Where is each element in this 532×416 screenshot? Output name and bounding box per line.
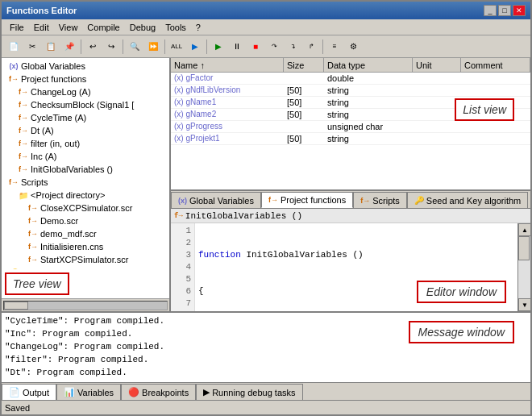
scroll-track[interactable] bbox=[518, 236, 530, 298]
undo-button[interactable]: ↩ bbox=[84, 38, 102, 56]
menu-view[interactable]: View bbox=[54, 21, 83, 33]
tree-label-init: Initialisieren.cns bbox=[40, 242, 103, 252]
project-dir-icon: 📁 bbox=[18, 189, 29, 201]
tab-output[interactable]: 📄 Output bbox=[2, 384, 56, 400]
window-title: Functions Editor bbox=[6, 6, 77, 15]
menu-file[interactable]: File bbox=[5, 21, 29, 33]
cell-type-5: unsigned char bbox=[324, 122, 413, 131]
tab-debug-tasks[interactable]: ▶ Running debug tasks bbox=[196, 384, 302, 400]
tree-item-scripts[interactable]: f→ Scripts bbox=[3, 176, 168, 189]
tree-item-filter[interactable]: f→ filter (in, out) bbox=[3, 137, 168, 150]
editor-vscroll[interactable]: ▲ ▼ bbox=[517, 223, 530, 311]
paste-button[interactable]: 📌 bbox=[60, 38, 78, 56]
tree-scrollbar[interactable] bbox=[2, 298, 169, 311]
col-datatype[interactable]: Data type bbox=[324, 58, 413, 72]
step-into-button[interactable]: ↴ bbox=[284, 38, 301, 56]
list-row[interactable]: (x) gProgress unsigned char bbox=[171, 121, 530, 133]
tab-variables[interactable]: 📊 Variables bbox=[56, 384, 121, 400]
editor-header: f→ InitGlobalVariables () bbox=[171, 209, 530, 223]
tree-item-startscr[interactable]: f→ StartXCPSimulator.scr bbox=[3, 253, 168, 266]
scroll-thumb[interactable] bbox=[518, 236, 530, 260]
scroll-up-button[interactable]: ▲ bbox=[518, 223, 530, 236]
cell-name-3: (x) gName1 bbox=[171, 98, 284, 107]
redo-button[interactable]: ↪ bbox=[102, 38, 120, 56]
close-button[interactable]: ✕ bbox=[513, 5, 526, 16]
scroll-down-button[interactable]: ▼ bbox=[518, 298, 530, 311]
tree-label-filter: filter (in, out) bbox=[31, 139, 80, 148]
menu-compile[interactable]: Compile bbox=[82, 21, 124, 33]
tree-item-initglobal[interactable]: f→ InitGlobalVariables () bbox=[3, 163, 168, 176]
list-row[interactable]: (x) gNdfLibVersion [50] string bbox=[171, 85, 530, 97]
tree-label-demoscr: Demo.scr bbox=[40, 216, 78, 226]
tree-label-cycletime: CycleTime (A) bbox=[31, 113, 86, 123]
line-num-7: 7 bbox=[171, 297, 194, 310]
tab-gv-label: Global Variables bbox=[189, 196, 254, 206]
tree-item-closescr[interactable]: f→ CloseXCPSimulator.scr bbox=[3, 202, 168, 214]
tab-breakpoints[interactable]: 🔴 Breakpoints bbox=[121, 384, 196, 400]
debug-pause-button[interactable]: ⏸ bbox=[228, 38, 246, 56]
title-bar: Functions Editor _ □ ✕ bbox=[2, 2, 530, 19]
list-view-label: List view bbox=[455, 98, 514, 121]
debug-stop-button[interactable]: ■ bbox=[247, 38, 264, 56]
menu-help[interactable]: ? bbox=[191, 21, 206, 33]
tb-extra-2[interactable]: ⚙ bbox=[344, 38, 362, 56]
tab-seedkey[interactable]: 🔑 Seed and Key algorithm bbox=[407, 192, 528, 208]
col-name[interactable]: Name ↑ bbox=[171, 58, 284, 72]
tree-label-scripts: Scripts bbox=[21, 177, 48, 187]
tree-item-dt[interactable]: f→ Dt (A) bbox=[3, 124, 168, 137]
tab-seedkey-label: Seed and Key algorithm bbox=[426, 196, 521, 206]
variables-label: Variables bbox=[77, 388, 114, 397]
tab-global-variables[interactable]: (x) Global Variables bbox=[171, 192, 261, 208]
demoscr-icon: f→ bbox=[27, 215, 39, 227]
list-body[interactable]: (x) gFactor double (x) gNdfLibVersion [5… bbox=[171, 73, 530, 189]
cell-size-2: [50] bbox=[284, 85, 324, 95]
tree-item-project-functions[interactable]: f→ Project functions bbox=[3, 73, 168, 85]
step-out-button[interactable]: ↱ bbox=[302, 38, 320, 56]
line-num-4: 4 bbox=[171, 261, 194, 273]
tree-item-demoscr[interactable]: f→ Demo.scr bbox=[3, 214, 168, 227]
list-row[interactable]: (x) gFactor double bbox=[171, 73, 530, 85]
tree-item-cycletime[interactable]: f→ CycleTime (A) bbox=[3, 111, 168, 124]
tab-scripts[interactable]: f→ Scripts bbox=[353, 192, 407, 208]
cell-name-1: (x) gFactor bbox=[171, 73, 284, 83]
tb-extra-1[interactable]: ≡ bbox=[326, 38, 343, 56]
find-next-button[interactable]: ⏩ bbox=[144, 38, 162, 56]
status-text: Saved bbox=[5, 403, 30, 413]
tree-item-project-dir[interactable]: 📁 <Project directory> bbox=[3, 189, 168, 202]
msg-line-5: "Dt": Program compiled. bbox=[5, 366, 527, 379]
compile-button[interactable]: ▶ bbox=[186, 38, 204, 56]
tree-item-inc[interactable]: f→ Inc (A) bbox=[3, 150, 168, 163]
bottom-area: "CycleTime": Program compiled. "Inc": Pr… bbox=[2, 311, 530, 400]
list-header: Name ↑ Size Data type Unit Comment bbox=[171, 58, 530, 73]
new-button[interactable]: 📄 bbox=[5, 38, 23, 56]
menu-edit[interactable]: Edit bbox=[29, 21, 54, 33]
menu-tools[interactable]: Tools bbox=[160, 21, 191, 33]
list-row[interactable]: (x) gProjekt1 [50] string bbox=[171, 133, 530, 145]
tree-hscroll-track[interactable] bbox=[3, 301, 168, 310]
tree-item-global-variables[interactable]: (x) Global Variables bbox=[3, 60, 168, 73]
cell-comment-5 bbox=[461, 122, 530, 131]
tree-container[interactable]: (x) Global Variables f→ Project function… bbox=[2, 58, 169, 269]
cut-button[interactable]: ✂ bbox=[23, 38, 41, 56]
col-size[interactable]: Size bbox=[284, 58, 324, 72]
cell-type-3: string bbox=[324, 98, 413, 107]
tab-project-functions[interactable]: f→ Project functions bbox=[261, 192, 353, 208]
copy-button[interactable]: 📋 bbox=[42, 38, 60, 56]
minimize-button[interactable]: _ bbox=[484, 5, 497, 16]
tree-hscroll-thumb[interactable] bbox=[4, 302, 28, 310]
debug-start-button[interactable]: ▶ bbox=[210, 38, 227, 56]
tree-item-changelog[interactable]: f→ ChangeLog (A) bbox=[3, 85, 168, 98]
tree-item-checksum[interactable]: f→ ChecksumBlock (Signal1 [ bbox=[3, 98, 168, 111]
output-label: Output bbox=[23, 388, 49, 397]
compile-all-button[interactable]: ALL bbox=[168, 38, 185, 56]
col-comment[interactable]: Comment bbox=[461, 58, 530, 72]
tree-item-demomdf[interactable]: f→ demo_mdf.scr bbox=[3, 227, 168, 240]
step-over-button[interactable]: ↷ bbox=[265, 38, 283, 56]
tree-item-init[interactable]: f→ Initialisieren.cns bbox=[3, 240, 168, 253]
col-unit[interactable]: Unit bbox=[413, 58, 461, 72]
output-icon: 📄 bbox=[9, 387, 20, 397]
find-button[interactable]: 🔍 bbox=[126, 38, 143, 56]
content-area: (x) Global Variables f→ Project function… bbox=[2, 58, 530, 311]
restore-button[interactable]: □ bbox=[498, 5, 511, 16]
menu-debug[interactable]: Debug bbox=[125, 21, 160, 33]
